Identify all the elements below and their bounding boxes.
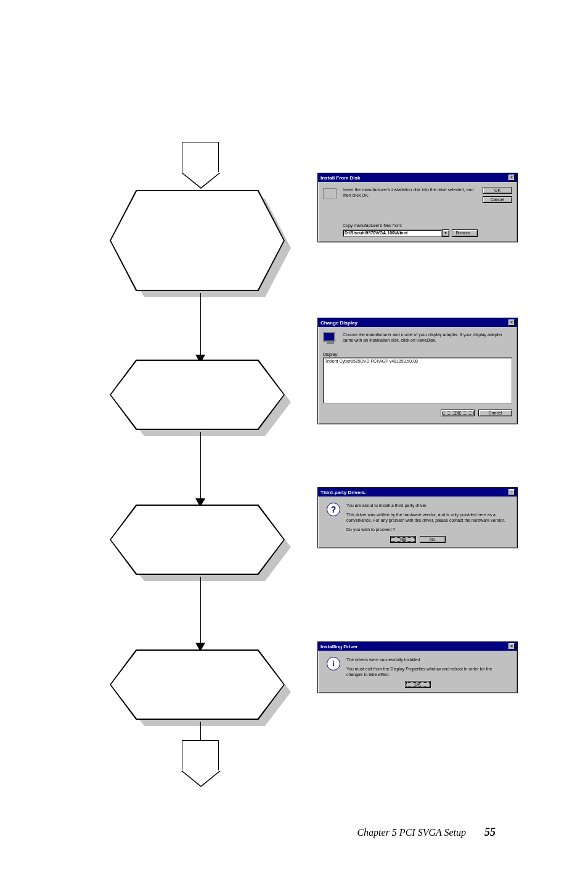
footer-chapter: Chapter 5 PCI SVGA Setup [357,827,466,838]
cancel-button[interactable]: Cancel [483,196,512,203]
info-icon: i [327,657,341,672]
flow-arrow-1 [200,293,201,358]
display-label: Display: [323,352,512,357]
title-text: Third-party Drivers. [321,490,366,495]
page-footer: Chapter 5 PCI SVGA Setup 55 [357,826,496,839]
titlebar-install: Install From Disk × [318,173,517,182]
path-input[interactable]: D:\Biscuit\9570\VGA.100\Winnt [343,229,442,237]
no-button[interactable]: No [420,536,446,543]
cancel-button[interactable]: Cancel [478,410,512,416]
install-instruction-text: Insert the manufacturer's installation d… [343,187,478,198]
flow-connector-in [182,142,219,173]
flow-arrow-2 [200,432,201,500]
monitor-icon [323,332,338,347]
third-line2: This driver was written by the hardware … [346,512,508,523]
ok-button[interactable]: OK [405,681,431,688]
close-icon[interactable]: × [508,643,515,649]
browse-button[interactable]: Browse... [452,229,478,237]
driver-line2: You must exit from the Display Propertie… [346,666,508,677]
ok-button[interactable]: OK [441,410,475,416]
question-icon: ? [327,503,341,517]
disk-icon [323,187,338,202]
third-line1: You are about to install a third-party d… [346,503,508,508]
flow-arrow-3 [200,577,201,643]
display-listbox[interactable]: Trident Cyber9525DVD PCI/AGP v481053.50.… [323,357,512,403]
title-text: Installing Driver [321,644,357,649]
flow-connector-out [182,740,219,771]
dropdown-arrow-icon[interactable]: ▼ [442,229,449,237]
flow-arrow-4 [200,722,201,740]
close-icon[interactable]: × [508,319,515,326]
titlebar-third: Third-party Drivers. × [318,488,517,497]
third-line3: Do you wish to proceed ? [346,527,508,532]
titlebar-driver: Installing Driver × [318,642,517,651]
titlebar-change: Change Display × [318,318,517,327]
copy-from-label: Copy manufacturer's files from: [343,223,478,228]
dialog-change-display: Change Display × Choose the manufacturer… [317,318,518,424]
yes-button[interactable]: Yes [390,536,416,543]
driver-line1: The drivers were successfully installed. [346,657,508,662]
close-icon: × [508,489,515,495]
ok-button[interactable]: OK [483,187,512,194]
title-text: Install From Disk [321,175,360,181]
page-root: Install From Disk × Insert the manufactu… [0,0,588,882]
close-icon[interactable]: × [508,175,515,181]
change-instruction-text: Choose the manufacturer and model of you… [343,332,512,347]
title-text: Change Display [321,320,357,326]
dialog-install-from-disk: Install From Disk × Insert the manufactu… [317,173,518,242]
dialog-third-party: Third-party Drivers. × ? You are about t… [317,487,518,548]
dialog-installing-driver: Installing Driver × i The drivers were s… [317,641,518,693]
footer-page-number: 55 [484,826,496,839]
list-item[interactable]: Trident Cyber9525DVD PCI/AGP v481053.50.… [325,359,510,363]
